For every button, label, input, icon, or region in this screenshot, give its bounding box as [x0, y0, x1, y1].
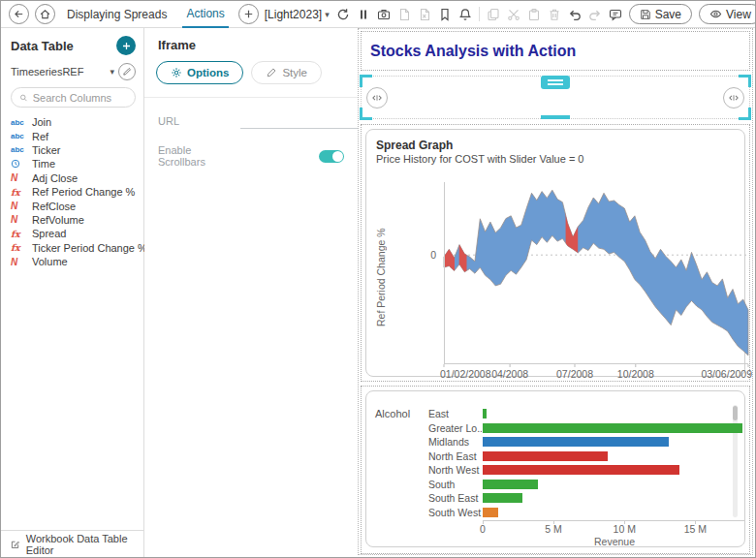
toggle-knob	[332, 151, 343, 162]
column-item[interactable]: Time	[11, 157, 143, 170]
column-label: Ticker	[32, 144, 61, 156]
column-item[interactable]: fxRef Period Change %	[11, 185, 143, 199]
bar-greater-lo-[interactable]	[483, 423, 742, 433]
formula-column-icon: fx	[11, 229, 20, 239]
redo-button	[588, 8, 602, 21]
tab-actions[interactable]: Actions	[182, 1, 228, 28]
enable-scrollbars-label: Enable Scrollbars	[158, 144, 240, 168]
redo-icon	[588, 8, 602, 21]
pause-button[interactable]	[357, 8, 370, 21]
x-axis-tick-label: 04/2008	[491, 368, 528, 380]
x-axis-tick-label: 03/06/2009	[701, 368, 752, 380]
tab-style[interactable]: Style	[251, 61, 322, 84]
comment-button[interactable]	[609, 8, 622, 21]
enable-scrollbars-toggle[interactable]	[319, 150, 344, 163]
toolbar: Displaying Spreads Actions [Light2023] ▾…	[1, 1, 755, 28]
tab-options[interactable]: Options	[156, 61, 243, 84]
bar-chart-card: Alcohol Revenue EastGreater Lo...Midland…	[365, 390, 745, 547]
bar-east[interactable]	[483, 409, 487, 418]
resize-horizontal-icon	[371, 92, 383, 104]
text-column-icon: abc	[11, 132, 24, 140]
bookmark-button[interactable]	[438, 8, 452, 21]
spread-area-chart[interactable]	[444, 182, 748, 364]
workbook-title: Displaying Spreads	[67, 8, 167, 21]
bar-chart-row: Greater Lo...	[366, 423, 744, 434]
bar-north-east[interactable]	[483, 451, 608, 461]
x-axis-tick-label: 10 M	[614, 523, 636, 535]
plus-icon	[121, 41, 132, 51]
bar-south-east[interactable]	[483, 493, 522, 503]
back-button[interactable]	[9, 4, 29, 24]
home-button[interactable]	[35, 4, 55, 24]
dashboard-canvas[interactable]: Stocks Analysis with Action Spread Graph…	[358, 28, 753, 555]
pencil-icon	[122, 67, 132, 77]
export-excel-icon	[418, 8, 431, 21]
toolbar-divider	[479, 7, 480, 21]
divider	[144, 97, 358, 98]
theme-selector[interactable]: [Light2023] ▾	[265, 8, 330, 21]
bar-midlands[interactable]	[483, 437, 669, 447]
move-handle[interactable]	[541, 76, 570, 89]
delete-icon	[548, 8, 561, 21]
text-column-icon: abc	[11, 118, 24, 127]
workbook-data-table-editor-link[interactable]: Workbook Data Table Editor	[1, 530, 143, 557]
camera-button[interactable]	[377, 8, 391, 21]
title-part[interactable]: Stocks Analysis with Action	[361, 31, 750, 71]
bar-category-label: Greater Lo...	[428, 422, 482, 434]
save-floppy-icon	[640, 9, 651, 20]
column-item[interactable]: NRefVolume	[11, 213, 143, 227]
column-list: abcJoinabcRefabcTickerTimeNAdj ClosefxRe…	[1, 113, 143, 268]
gear-icon	[171, 67, 182, 78]
bar-category-label: North East	[428, 450, 482, 462]
bar-chart-part[interactable]: Alcohol Revenue EastGreater Lo...Midland…	[361, 386, 750, 554]
bar-south[interactable]	[483, 480, 538, 489]
column-label: Ticker Period Change %	[32, 242, 147, 254]
spread-graph-part[interactable]: Spread Graph Price History for COST with…	[361, 124, 750, 382]
y-zero-tick: 0	[405, 249, 436, 261]
selection-corner	[360, 75, 372, 87]
bar-north-west[interactable]	[483, 465, 679, 475]
edit-table-button[interactable]	[118, 63, 136, 80]
resize-bottom-handle[interactable]	[541, 115, 570, 119]
column-item[interactable]: NRefClose	[11, 199, 143, 212]
column-label: Time	[32, 158, 55, 170]
part-inspector: Iframe Options Style URL Enable Scrollba…	[144, 28, 358, 557]
numeric-column-icon: N	[11, 214, 17, 225]
column-item[interactable]: fxTicker Period Change %	[11, 241, 143, 255]
add-dashboard-button[interactable]	[238, 4, 259, 24]
resize-right-handle[interactable]	[723, 87, 744, 108]
chevron-down-icon[interactable]: ▾	[110, 67, 114, 77]
iframe-part-selected[interactable]	[361, 76, 750, 119]
search-columns-box[interactable]	[11, 87, 136, 108]
view-button[interactable]: View	[699, 4, 756, 24]
back-arrow-icon	[13, 8, 25, 20]
tab-options-label: Options	[187, 67, 229, 78]
notifications-button[interactable]	[458, 8, 472, 21]
column-item[interactable]: abcJoin	[11, 115, 143, 129]
refresh-button[interactable]	[336, 8, 350, 21]
view-label: View	[726, 8, 751, 21]
save-label: Save	[655, 8, 681, 21]
cut-icon	[507, 8, 520, 21]
column-item[interactable]: abcRef	[11, 129, 143, 142]
table-name[interactable]: TimeseriesREF	[11, 66, 106, 78]
search-columns-input[interactable]	[33, 92, 127, 104]
undo-button[interactable]	[568, 8, 582, 21]
save-button[interactable]: Save	[629, 4, 692, 24]
footer-label: Workbook Data Table Editor	[26, 533, 134, 556]
column-item[interactable]: NVolume	[11, 255, 143, 268]
column-item[interactable]: fxSpread	[11, 227, 143, 240]
bar-category-label: East	[428, 408, 482, 419]
resize-left-handle[interactable]	[366, 87, 388, 108]
column-item[interactable]: abcTicker	[11, 143, 143, 157]
column-label: Ref Period Change %	[32, 186, 135, 198]
export-excel-button	[418, 8, 431, 21]
x-axis-line	[483, 520, 745, 521]
plus-icon	[242, 8, 255, 20]
add-data-table-button[interactable]	[116, 36, 136, 55]
bar-south-west[interactable]	[483, 508, 498, 517]
brush-icon	[266, 67, 277, 78]
chart-subtitle: Price History for COST with Slider Value…	[376, 153, 583, 165]
column-item[interactable]: NAdj Close	[11, 171, 143, 185]
bar-chart-row: Midlands	[366, 437, 744, 448]
